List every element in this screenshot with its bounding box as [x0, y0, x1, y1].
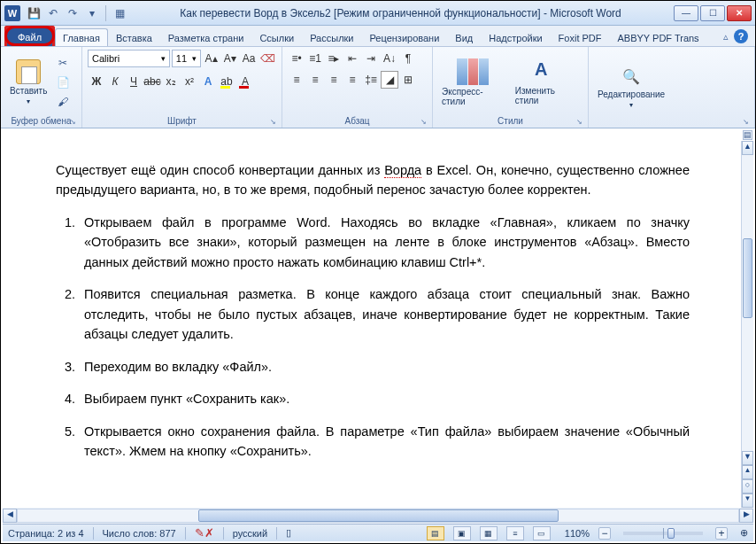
qat-extra-icon[interactable]: ▦ — [112, 5, 127, 21]
bold-button[interactable]: Ж — [88, 73, 105, 90]
shrink-font-icon[interactable]: A▾ — [221, 50, 238, 67]
borders-icon[interactable]: ⊞ — [399, 71, 417, 89]
change-styles-button[interactable]: A Изменить стили — [512, 50, 582, 115]
tab-file-label: Файл — [18, 32, 42, 43]
sort-icon[interactable]: A↓ — [381, 50, 398, 67]
undo-icon[interactable]: ↶ — [45, 5, 61, 21]
insert-mode-icon[interactable]: ▯ — [286, 527, 291, 539]
grow-font-icon[interactable]: A▴ — [203, 50, 220, 67]
draft-view-icon[interactable]: ▭ — [533, 526, 551, 540]
line-spacing-icon[interactable]: ‡≡ — [362, 71, 380, 89]
tab-review[interactable]: Рецензировани — [362, 28, 448, 46]
underline-button[interactable]: Ч — [125, 73, 143, 90]
zoom-slider[interactable] — [623, 532, 703, 535]
spell-underline: Ворда — [384, 163, 421, 178]
vertical-scrollbar[interactable]: ▲ ▼ ▲ ○ ▼ — [741, 141, 753, 508]
paste-button[interactable]: Вставить ▾ — [6, 50, 50, 115]
tab-file[interactable]: Файл — [4, 26, 55, 46]
tab-page-layout[interactable]: Разметка страни — [160, 28, 252, 46]
subscript-button[interactable]: x₂ — [162, 73, 180, 90]
increase-indent-icon[interactable]: ⇥ — [362, 50, 380, 67]
change-styles-label: Изменить стили — [515, 86, 579, 105]
change-case-icon[interactable]: Aa — [240, 50, 257, 67]
fit-icon[interactable]: ⊕ — [740, 527, 748, 539]
editing-label: Редактирование — [598, 89, 665, 99]
justify-icon[interactable]: ≡ — [343, 71, 361, 89]
zoom-level[interactable]: 110% — [565, 528, 590, 539]
page-status[interactable]: Страница: 2 из 4 — [8, 528, 84, 539]
web-layout-view-icon[interactable]: ▦ — [480, 526, 498, 540]
numbering-icon[interactable]: ≡1 — [306, 50, 324, 67]
ribbon-collapse-icon[interactable]: ▵ — [723, 31, 729, 43]
intro-paragraph: Существует ещё один способ конвертации д… — [56, 160, 690, 200]
italic-button[interactable]: К — [106, 73, 124, 90]
text-effects-icon[interactable]: A — [199, 73, 217, 90]
font-color-button[interactable]: A — [236, 73, 254, 90]
superscript-button[interactable]: x² — [181, 73, 198, 90]
minimize-button[interactable]: — — [674, 5, 698, 21]
word-count[interactable]: Число слов: 877 — [103, 528, 176, 539]
tab-mailings[interactable]: Рассылки — [302, 28, 361, 46]
highlight-color-button[interactable]: ab — [218, 73, 235, 90]
ruler-toggle-icon[interactable]: ▤ — [743, 130, 752, 140]
format-painter-icon[interactable]: 🖌 — [54, 93, 72, 111]
zoom-out-button[interactable]: − — [598, 527, 611, 540]
zoom-knob[interactable] — [667, 528, 675, 539]
multilevel-list-icon[interactable]: ≡▸ — [325, 50, 343, 67]
tab-home[interactable]: Главная — [55, 28, 108, 46]
outline-view-icon[interactable]: ≡ — [506, 526, 524, 540]
group-styles: Экспресс-стили A Изменить стили Стили — [433, 47, 589, 128]
scroll-down-icon[interactable]: ▼ — [742, 451, 753, 465]
align-center-icon[interactable]: ≡ — [306, 71, 324, 89]
separator — [185, 527, 186, 540]
scroll-up-icon[interactable]: ▲ — [742, 141, 753, 155]
tab-addins[interactable]: Надстройки — [481, 28, 550, 46]
paragraph-group-label: Абзац — [288, 115, 427, 126]
copy-icon[interactable]: 📄 — [54, 74, 72, 91]
tab-view[interactable]: Вид — [447, 28, 481, 46]
full-screen-view-icon[interactable]: ▣ — [453, 526, 471, 540]
tab-abbyy[interactable]: ABBYY PDF Trans — [610, 28, 707, 46]
strikethrough-button[interactable]: abc — [143, 73, 161, 90]
hscroll-track[interactable] — [17, 509, 739, 523]
tab-insert[interactable]: Вставка — [108, 28, 160, 46]
close-button[interactable]: ✕ — [727, 5, 752, 21]
horizontal-scrollbar[interactable]: ◀ ▶ — [3, 508, 753, 524]
scroll-right-icon[interactable]: ▶ — [739, 509, 753, 523]
prev-page-icon[interactable]: ▲ — [742, 465, 753, 479]
document-area[interactable]: Существует ещё один способ конвертации д… — [3, 130, 743, 508]
scroll-thumb[interactable] — [743, 238, 752, 318]
clear-formatting-icon[interactable]: ⌫ — [259, 50, 276, 67]
bullets-icon[interactable]: ≡• — [288, 50, 305, 67]
tab-foxit[interactable]: Foxit PDF — [551, 28, 610, 46]
font-name-select[interactable]: Calibri▾ — [88, 50, 170, 67]
qat-customize-icon[interactable]: ▾ — [84, 5, 100, 21]
find-icon — [619, 66, 644, 88]
ribbon-tabs: Файл Главная Вставка Разметка страни Ссы… — [1, 26, 755, 47]
show-marks-icon[interactable]: ¶ — [399, 50, 417, 67]
align-left-icon[interactable]: ≡ — [288, 71, 305, 89]
tab-references[interactable]: Ссылки — [251, 28, 302, 46]
browse-object-icon[interactable]: ○ — [742, 479, 753, 493]
next-page-icon[interactable]: ▼ — [742, 493, 753, 508]
language-status[interactable]: русский — [233, 528, 267, 539]
print-layout-view-icon[interactable]: ▤ — [427, 526, 444, 540]
scroll-left-icon[interactable]: ◀ — [3, 509, 17, 523]
zoom-in-button[interactable]: + — [715, 527, 728, 540]
clipboard-group-label: Буфер обмена — [6, 115, 76, 126]
editing-button[interactable]: Редактирование ▾ — [594, 50, 668, 125]
hscroll-thumb[interactable] — [198, 509, 559, 522]
maximize-button[interactable]: ☐ — [700, 5, 725, 21]
quick-styles-button[interactable]: Экспресс-стили — [438, 50, 508, 115]
spell-check-icon[interactable]: ✎✗ — [195, 526, 214, 540]
shading-icon[interactable]: ◢ — [381, 71, 398, 89]
cut-icon[interactable]: ✂ — [54, 54, 72, 72]
save-icon[interactable]: 💾 — [26, 5, 42, 21]
separator — [223, 527, 224, 540]
title-bar: W 💾 ↶ ↷ ▾ ▦ Как перевести Ворд в Эксель2… — [1, 1, 755, 26]
redo-icon[interactable]: ↷ — [65, 5, 81, 21]
decrease-indent-icon[interactable]: ⇤ — [343, 50, 361, 67]
align-right-icon[interactable]: ≡ — [325, 71, 343, 89]
help-icon[interactable]: ? — [734, 29, 748, 43]
font-size-select[interactable]: 11▾ — [172, 50, 201, 67]
